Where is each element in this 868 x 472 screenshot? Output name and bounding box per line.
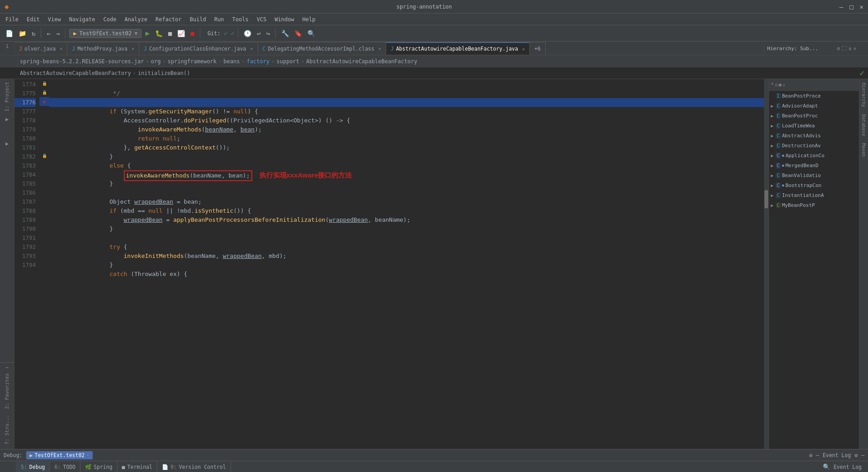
tab-delegating[interactable]: C DelegatingMethodAccessorImpl.class ✕ bbox=[258, 42, 386, 55]
profile-btn[interactable]: 📈 bbox=[175, 29, 187, 38]
panel-favorites[interactable]: 2: Favorites bbox=[3, 370, 11, 411]
tab-configclass[interactable]: J ConfigurationClassEnhancer.java ✕ bbox=[139, 42, 258, 55]
tab-close[interactable]: ✕ bbox=[60, 46, 62, 51]
hier-item-destructionav[interactable]: ▶ C DestructionAv bbox=[769, 140, 859, 150]
hier-icon2[interactable]: ⌂ bbox=[775, 82, 778, 88]
bottom-tab-debug[interactable]: 5: Debug bbox=[16, 462, 50, 472]
menu-run[interactable]: Run bbox=[211, 15, 228, 23]
forward-btn[interactable]: → bbox=[54, 29, 61, 38]
hier-item-mybeanpostp[interactable]: ▶ C MyBeanPostP bbox=[769, 200, 859, 210]
hier-arrow11: ▶ bbox=[771, 193, 774, 198]
fold-arrow1[interactable]: ▶ bbox=[5, 116, 9, 122]
hier-item-loadtimewea[interactable]: ▶ C LoadTimeWea bbox=[769, 121, 859, 131]
event-log-label: Event Log bbox=[823, 452, 851, 458]
bottom-left-spacer bbox=[2, 461, 16, 472]
search-icon-bottom[interactable]: 🔍 bbox=[823, 463, 830, 470]
hier-item-beanvalidatio[interactable]: ▶ C BeanValidatio bbox=[769, 170, 859, 180]
eventlog-settings-icon[interactable]: ⚙ bbox=[854, 452, 858, 458]
bookmark-btn[interactable]: 🔖 bbox=[292, 29, 304, 38]
wrench-btn[interactable]: 🔧 bbox=[279, 29, 291, 38]
tab-methodproxy[interactable]: J MethodProxy.java ✕ bbox=[67, 42, 139, 55]
hier-item-beanpostproce[interactable]: I BeanPostProce bbox=[769, 91, 859, 101]
hierarchy-expand-icon[interactable]: ⛶ bbox=[842, 46, 847, 51]
bottom-tab-vcs[interactable]: 📄 9: Version Control bbox=[157, 462, 231, 472]
maximize-btn[interactable]: □ bbox=[849, 3, 853, 10]
eventlog-close-icon[interactable]: — bbox=[861, 452, 864, 458]
menu-code[interactable]: Code bbox=[100, 15, 120, 23]
debug-tab-testofext[interactable]: ▶ TestOfExt.test02 ✕ bbox=[26, 451, 93, 459]
menu-navigate[interactable]: Navigate bbox=[66, 15, 99, 23]
fold-arrow2[interactable]: ▶ bbox=[5, 140, 9, 147]
bottom-tab-todo[interactable]: 6: TODO bbox=[50, 462, 80, 472]
menu-vcs[interactable]: VCS bbox=[253, 15, 270, 23]
search-btn[interactable]: 🔍 bbox=[306, 29, 317, 38]
tab-abstract-active[interactable]: J AbstractAutowireCapableBeanFactory.jav… bbox=[386, 42, 530, 55]
hierarchy-settings-icon[interactable]: ⚙ bbox=[837, 46, 840, 51]
hier-item-bootstrapcon[interactable]: ▶ C ● BootstrapCon bbox=[769, 180, 859, 190]
sync-btn[interactable]: ↻ bbox=[30, 29, 37, 38]
hier-item-advisoradapt[interactable]: ▶ C AdvisorAdapt bbox=[769, 101, 859, 111]
panel-database[interactable]: Database bbox=[860, 111, 867, 140]
new-file-btn[interactable]: 📄 bbox=[4, 29, 15, 38]
project-icon[interactable]: 1 bbox=[5, 42, 9, 50]
hier-item-mergedbeand[interactable]: ▶ C ● MergedBeanD bbox=[769, 160, 859, 170]
menu-tools[interactable]: Tools bbox=[229, 15, 252, 23]
run-config-dropdown[interactable]: ▶ TestOfExt.test02 ▼ bbox=[69, 29, 142, 38]
panel-hierarchy[interactable]: Hierarchy bbox=[860, 79, 867, 111]
hier-item-applicationco[interactable]: ▶ C ● ApplicationCo bbox=[769, 150, 859, 160]
tab-close4[interactable]: ✕ bbox=[378, 46, 381, 51]
hier-icon4[interactable]: ⇓ bbox=[783, 82, 786, 88]
stop-btn[interactable]: ■ bbox=[189, 29, 196, 38]
panel-project[interactable]: 1: Project bbox=[3, 79, 11, 114]
hierarchy-filter-icon[interactable]: ⇅ bbox=[849, 46, 852, 51]
gutter-1778 bbox=[39, 115, 49, 124]
dropdown-arrow: ▼ bbox=[134, 30, 137, 37]
debug-btn[interactable]: 🐛 bbox=[153, 29, 165, 38]
editor-scrollbar[interactable] bbox=[764, 79, 769, 449]
tab-olver[interactable]: J olver.java ✕ bbox=[14, 42, 67, 55]
scroll-thumb[interactable] bbox=[764, 190, 768, 208]
coverage-btn[interactable]: ■ bbox=[166, 29, 174, 38]
close-btn[interactable]: ✕ bbox=[860, 3, 863, 10]
menu-analyze[interactable]: Analyze bbox=[121, 15, 151, 23]
minimize-btn[interactable]: — bbox=[840, 3, 843, 10]
menu-window[interactable]: Window bbox=[271, 15, 297, 23]
menu-refactor[interactable]: Refactor bbox=[152, 15, 185, 23]
back-btn[interactable]: ← bbox=[45, 29, 52, 38]
hier-dot3: ● bbox=[782, 183, 784, 187]
undo-btn[interactable]: ↩ bbox=[255, 29, 262, 38]
menu-edit[interactable]: Edit bbox=[23, 15, 43, 23]
debug-tab-close[interactable]: ✕ bbox=[86, 453, 89, 458]
menu-help[interactable]: Help bbox=[299, 15, 319, 23]
hierarchy-close-icon[interactable]: ✕ bbox=[853, 46, 856, 51]
hier-icon3[interactable]: ◉ bbox=[778, 82, 782, 88]
code-editor[interactable]: */ protected Object initializeBean(final… bbox=[49, 79, 764, 449]
right-side-panels: Hierarchy Database Maven bbox=[859, 79, 868, 449]
open-btn[interactable]: 📁 bbox=[17, 29, 28, 38]
breadcrumb-factory[interactable]: factory bbox=[247, 58, 270, 65]
clock-btn[interactable]: 🕐 bbox=[242, 29, 253, 38]
bottom-tab-spring[interactable]: 🌿 Spring bbox=[80, 462, 118, 472]
redo-btn[interactable]: ↪ bbox=[264, 29, 272, 38]
menu-view[interactable]: View bbox=[44, 15, 65, 23]
hier-item-instantiationa[interactable]: ▶ C InstantiationA bbox=[769, 190, 859, 200]
run-btn[interactable]: ▶ bbox=[143, 28, 151, 38]
gutter-1793 bbox=[39, 251, 49, 260]
tab-close2[interactable]: ✕ bbox=[132, 46, 134, 51]
menu-file[interactable]: File bbox=[2, 15, 22, 23]
hier-icon1[interactable]: * bbox=[771, 82, 774, 88]
panel-maven[interactable]: Maven bbox=[860, 140, 867, 160]
tab-close5[interactable]: ✕ bbox=[522, 47, 525, 51]
panel-more[interactable]: ⋯ bbox=[5, 365, 9, 370]
debug-settings-icon[interactable]: ⚙ bbox=[809, 452, 812, 458]
bottom-tab-terminal[interactable]: ■ Terminal bbox=[118, 462, 157, 472]
hier-label: BeanPostProce bbox=[782, 93, 821, 99]
debug-minimize-icon[interactable]: — bbox=[816, 452, 819, 458]
tab-more[interactable]: +6 bbox=[530, 42, 546, 55]
window-controls[interactable]: — □ ✕ bbox=[840, 3, 863, 10]
tab-close3[interactable]: ✕ bbox=[250, 46, 253, 51]
menu-build[interactable]: Build bbox=[186, 15, 210, 23]
hier-item-beanpostproc[interactable]: ▶ C BeanPostProc bbox=[769, 111, 859, 121]
hier-item-abstractadvis[interactable]: ▶ C AbstractAdvis bbox=[769, 131, 859, 140]
panel-structure[interactable]: 7: Stru... bbox=[3, 412, 11, 447]
